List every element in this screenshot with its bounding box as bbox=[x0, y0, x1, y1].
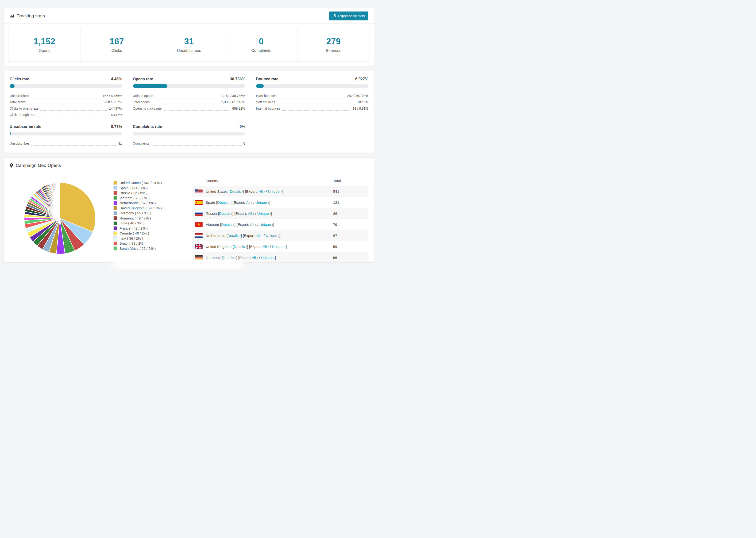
stat-row: Total clicks220 / 5.87% bbox=[10, 99, 122, 105]
dotted-leader bbox=[164, 108, 230, 111]
legend-label: South Africa ( 29 / 2% ) bbox=[120, 246, 156, 250]
rate-title: Clicks rate bbox=[10, 77, 29, 81]
progress-bar bbox=[10, 132, 122, 135]
map-pin-icon bbox=[10, 163, 13, 168]
legend-item-germany[interactable]: Germany ( 55 / 3% ) bbox=[113, 211, 192, 216]
progress-fill bbox=[133, 84, 167, 88]
legend-swatch bbox=[114, 227, 117, 230]
summary-stat-value: 31 bbox=[184, 37, 194, 46]
export-unique-link[interactable]: Unique › bbox=[268, 189, 282, 194]
gb-flag-icon bbox=[195, 244, 203, 249]
export-unique-link[interactable]: Unique › bbox=[272, 244, 286, 249]
stat-row-label: Unique opens bbox=[133, 94, 153, 98]
rates-card: Clicks rate4.46%Unique clicks167 / 4.456… bbox=[4, 71, 374, 153]
details-link[interactable]: Details › bbox=[228, 234, 241, 238]
legend-label: Romania ( 49 / 3% ) bbox=[120, 216, 151, 220]
summary-stat-value: 279 bbox=[326, 37, 341, 46]
geo-table-header: Country Total bbox=[192, 176, 368, 186]
rate-block-bounce-rate: Bounce rate6.927%Hard bounces242 / 86.73… bbox=[256, 77, 368, 118]
legend-item-russia[interactable]: Russia ( 86 / 5% ) bbox=[113, 190, 192, 195]
legend-label: Spain ( 121 / 7% ) bbox=[120, 186, 148, 190]
stat-row-value: 220 / 5.87% bbox=[104, 100, 122, 104]
rate-title: Unsubscribe rate bbox=[10, 125, 41, 129]
rate-value: 4.46% bbox=[111, 77, 122, 81]
export-all-link[interactable]: All › bbox=[252, 256, 258, 260]
stat-row: Complaints0 bbox=[133, 140, 245, 146]
legend-item-india[interactable]: India ( 46 / 3% ) bbox=[113, 221, 192, 226]
legend-item-brazil[interactable]: Brazil ( 33 / 2% ) bbox=[113, 241, 192, 246]
country-name: Spain bbox=[206, 200, 215, 205]
legend-item-spain[interactable]: Spain ( 121 / 7% ) bbox=[113, 186, 192, 190]
tracking-stats-header: Tracking stats Export basic stats bbox=[4, 8, 374, 24]
legend-label: India ( 46 / 3% ) bbox=[120, 221, 144, 225]
page: Tracking stats Export basic stats 1,152O… bbox=[0, 0, 378, 262]
page-title: Tracking stats bbox=[17, 13, 45, 19]
export-unique-link[interactable]: Unique › bbox=[259, 223, 273, 227]
country-name: United States bbox=[206, 189, 228, 194]
details-link[interactable]: Details › bbox=[219, 211, 233, 216]
stat-row-value: 31 bbox=[118, 141, 122, 145]
legend-label: United Kingdom ( 59 / 3% ) bbox=[120, 206, 162, 210]
stat-row-label: Clicks to opens rate bbox=[10, 107, 38, 110]
stat-row-value: 1,152 / 30.736% bbox=[221, 94, 245, 98]
stat-row-label: Internal bounces bbox=[256, 107, 280, 110]
stat-row-label: Click through rate bbox=[10, 113, 35, 117]
legend-item-vietnam[interactable]: Vietnam ( 79 / 5% ) bbox=[113, 195, 192, 201]
dotted-leader bbox=[31, 143, 117, 145]
progress-bar bbox=[256, 84, 368, 88]
details-link[interactable]: Details › bbox=[230, 189, 243, 194]
table-row-netherlands: Netherlands[Details ›] [Export: All › / … bbox=[192, 230, 368, 241]
nl-flag-icon bbox=[195, 233, 203, 238]
details-link[interactable]: Details › bbox=[223, 256, 236, 260]
export-all-link[interactable]: All › bbox=[259, 189, 265, 194]
export-unique-link[interactable]: Unique › bbox=[257, 211, 271, 216]
rate-title: Bounce rate bbox=[256, 77, 278, 81]
stat-row-value: 0 bbox=[243, 141, 245, 145]
stat-row: Unsubscribes31 bbox=[10, 140, 122, 146]
legend-item-united-kingdom[interactable]: United Kingdom ( 59 / 3% ) bbox=[113, 206, 192, 211]
dotted-leader bbox=[31, 95, 101, 98]
stat-row-value: 4.147% bbox=[111, 113, 122, 117]
legend-swatch bbox=[114, 222, 117, 225]
stat-row: Soft bounces18 / 0% bbox=[256, 99, 368, 105]
export-all-link[interactable]: All › bbox=[246, 200, 252, 205]
total-value: 79 bbox=[333, 223, 368, 227]
legend-item-united-states[interactable]: United States ( 541 / 31% ) bbox=[113, 180, 192, 186]
geo-body: United States ( 541 / 31% )Spain ( 121 /… bbox=[4, 173, 374, 262]
progress-bar bbox=[133, 132, 245, 135]
total-value: 86 bbox=[333, 211, 368, 216]
summary-stat-value: 1,152 bbox=[33, 37, 55, 46]
legend-swatch bbox=[114, 216, 117, 220]
export-all-link[interactable]: All › bbox=[250, 223, 256, 227]
legend-item-france[interactable]: France ( 42 / 2% ) bbox=[113, 226, 192, 231]
details-link[interactable]: Details › bbox=[234, 244, 247, 249]
legend-item-romania[interactable]: Romania ( 49 / 3% ) bbox=[113, 216, 192, 221]
export-basic-stats-button[interactable]: Export basic stats bbox=[329, 12, 368, 21]
legend-item-south-africa[interactable]: South Africa ( 29 / 2% ) bbox=[113, 246, 192, 251]
stat-row: Opens to clicks rate689.82% bbox=[133, 105, 245, 112]
summary-stat-label: Bounces bbox=[326, 48, 341, 53]
geo-header: Campaign Geo Opens bbox=[4, 158, 374, 173]
stat-row-label: Total opens bbox=[133, 100, 150, 104]
legend-item-canada[interactable]: Canada ( 40 / 2% ) bbox=[113, 231, 192, 236]
column-header-total: Total bbox=[333, 179, 368, 183]
export-unique-link[interactable]: Unique › bbox=[266, 234, 280, 238]
details-link[interactable]: Details › bbox=[217, 200, 231, 205]
export-all-link[interactable]: All › bbox=[263, 244, 269, 249]
export-unique-link[interactable]: Unique › bbox=[261, 256, 275, 260]
summary-stat-value: 0 bbox=[259, 37, 264, 46]
export-unique-link[interactable]: Unique › bbox=[255, 200, 269, 205]
stat-row-value: 2,303 / 61.446% bbox=[221, 100, 245, 104]
pie-chart[interactable] bbox=[21, 179, 99, 257]
dotted-leader bbox=[151, 143, 242, 145]
export-all-link[interactable]: All › bbox=[256, 234, 263, 238]
details-link[interactable]: Details › bbox=[221, 223, 235, 227]
export-all-link[interactable]: All › bbox=[248, 211, 254, 216]
country-name: Vietnam bbox=[206, 223, 219, 227]
legend-item-italy[interactable]: Italy ( 36 / 2% ) bbox=[113, 236, 192, 241]
legend-swatch bbox=[114, 186, 117, 189]
bar-chart-icon bbox=[10, 14, 14, 18]
legend-swatch bbox=[114, 237, 117, 240]
legend-swatch bbox=[114, 242, 117, 245]
legend-item-netherlands[interactable]: Netherlands ( 67 / 4% ) bbox=[113, 200, 192, 206]
